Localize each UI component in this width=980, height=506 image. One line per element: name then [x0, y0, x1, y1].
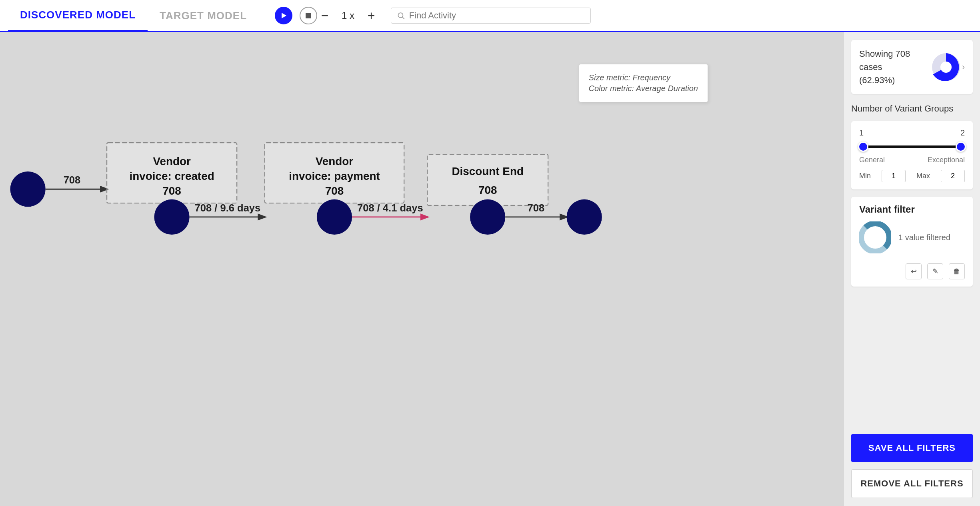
cases-info: Showing 708 cases (62.93%): [859, 47, 930, 87]
slider-min-input-label: Min: [859, 172, 871, 180]
playback-controls: [275, 7, 317, 24]
variant-filter-title: Variant filter: [859, 204, 965, 215]
svg-marker-0: [282, 13, 286, 18]
slider-max-input[interactable]: [941, 170, 965, 182]
play-button[interactable]: [275, 7, 292, 24]
svg-text:708 / 9.6 days: 708 / 9.6 days: [195, 202, 261, 213]
slider-track[interactable]: [863, 145, 961, 148]
stop-button[interactable]: [300, 7, 317, 24]
tab-target-model[interactable]: TARGET MODEL: [148, 0, 259, 31]
slider-footer: Min Max: [859, 170, 965, 182]
cases-card: Showing 708 cases (62.93%) ›: [851, 40, 973, 94]
slider-max-input-label: Max: [916, 172, 930, 180]
svg-text:708: 708: [528, 202, 545, 213]
svg-text:invoice: created: invoice: created: [130, 170, 214, 182]
slider-thumb-right[interactable]: [956, 141, 966, 152]
cases-chevron-icon[interactable]: ›: [962, 62, 965, 72]
variant-filter-section: Variant filter 1 value filtered ↩ ✎ 🗑: [851, 197, 973, 287]
filter-edit-button[interactable]: ✎: [927, 263, 943, 279]
filter-value-text: 1 value filtered: [898, 233, 950, 242]
toolbar: DISCOVERED MODEL TARGET MODEL − 1 x +: [0, 0, 980, 32]
save-all-filters-button[interactable]: SAVE ALL FILTERS: [851, 434, 973, 462]
start-node: [10, 171, 46, 207]
svg-text:708: 708: [162, 185, 181, 197]
cases-pie-chart: [930, 51, 962, 83]
cases-showing: Showing 708 cases: [859, 47, 930, 74]
search-box: [391, 8, 591, 24]
slider-min-input[interactable]: [882, 170, 906, 182]
svg-point-26: [567, 199, 602, 235]
zoom-level: 1 x: [338, 10, 358, 21]
zoom-in-button[interactable]: +: [364, 8, 379, 23]
svg-point-23: [470, 199, 505, 235]
slider-left-label: General: [859, 156, 885, 164]
slider-max-label: 2: [960, 128, 965, 137]
right-panel: Showing 708 cases (62.93%) › Number of V…: [844, 32, 980, 506]
search-icon: [397, 11, 405, 20]
main-content: Size metric: Frequency Color metric: Ave…: [0, 32, 980, 506]
donut-row: 1 value filtered: [859, 221, 965, 253]
svg-text:708: 708: [64, 174, 81, 185]
svg-point-17: [317, 199, 352, 235]
svg-point-28: [940, 62, 952, 73]
svg-text:Vendor: Vendor: [316, 155, 354, 167]
remove-all-filters-button[interactable]: REMOVE ALL FILTERS: [851, 469, 973, 498]
zoom-out-button[interactable]: −: [317, 8, 332, 23]
filter-delete-button[interactable]: 🗑: [949, 263, 965, 279]
svg-rect-20: [427, 154, 548, 205]
variant-groups-title: Number of Variant Groups: [851, 104, 973, 114]
svg-text:708 / 4.1 days: 708 / 4.1 days: [357, 202, 423, 213]
svg-text:Discount End: Discount End: [452, 165, 524, 177]
process-diagram: 708 Vendor invoice: created 708 708 / 9.…: [0, 80, 836, 280]
variant-donut-chart: [859, 221, 891, 253]
svg-text:708: 708: [325, 185, 344, 197]
svg-rect-1: [306, 13, 311, 18]
tab-discovered-model[interactable]: DISCOVERED MODEL: [8, 0, 148, 31]
svg-text:708: 708: [478, 184, 497, 196]
slider-container: 1 2 General Exceptional Min Max: [851, 121, 973, 189]
slider-min-label: 1: [859, 128, 864, 137]
filter-undo-button[interactable]: ↩: [906, 263, 922, 279]
cases-percentage: (62.93%): [859, 74, 930, 87]
svg-point-2: [398, 13, 403, 18]
svg-text:Vendor: Vendor: [153, 155, 191, 167]
slider-range-labels: 1 2: [859, 128, 965, 137]
svg-point-31: [866, 229, 884, 246]
svg-text:invoice: payment: invoice: payment: [289, 170, 380, 182]
slider-right-label: Exceptional: [928, 156, 965, 164]
zoom-controls: − 1 x +: [317, 8, 379, 23]
canvas-area: Size metric: Frequency Color metric: Ave…: [0, 32, 844, 506]
slider-bottom-labels: General Exceptional: [859, 156, 965, 164]
slider-thumb-left[interactable]: [858, 141, 868, 152]
filter-actions: ↩ ✎ 🗑: [859, 260, 965, 279]
svg-line-3: [402, 17, 404, 19]
search-input[interactable]: [409, 10, 585, 21]
svg-point-10: [154, 199, 189, 235]
slider-fill: [863, 145, 961, 148]
